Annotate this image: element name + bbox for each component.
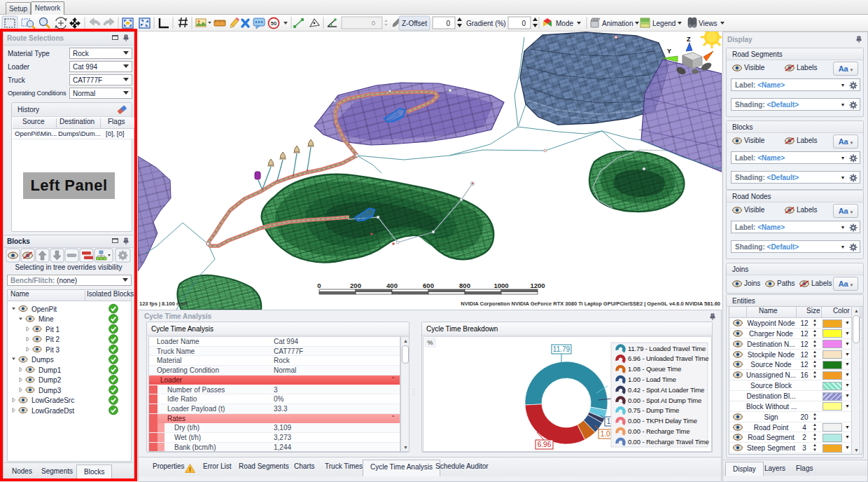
svg-text:123 fps | 8.100 ms/f: 123 fps | 8.100 ms/f [139,301,188,307]
svg-text:Z-Offset: Z-Offset [402,20,427,27]
svg-text:6.96 - Unloaded Travel Time: 6.96 - Unloaded Travel Time [628,354,708,362]
svg-text:0.00 - TKPH Delay Time: 0.00 - TKPH Delay Time [628,417,697,425]
svg-text:0: 0 [522,20,526,27]
svg-text:1000: 1000 [493,282,508,289]
svg-text:NVIDIA Corporation NVIDIA GeFo: NVIDIA Corporation NVIDIA GeForce RTX 30… [461,301,720,307]
svg-text:400: 400 [386,282,398,289]
svg-text:1.08 - Queue Time: 1.08 - Queue Time [628,365,681,373]
svg-text:0.00 - Recharge Time: 0.00 - Recharge Time [628,427,690,435]
svg-text:1200: 1200 [530,282,545,289]
svg-text:6.96: 6.96 [538,441,552,448]
svg-text:Y: Y [667,48,671,55]
svg-text:0.00 - Spot At Dump Time: 0.00 - Spot At Dump Time [628,397,701,404]
svg-text:11.79 - Loaded Travel Time: 11.79 - Loaded Travel Time [628,345,706,352]
svg-text:Views: Views [699,20,718,27]
svg-text:0: 0 [317,282,321,289]
svg-text:Animation: Animation [602,20,633,27]
svg-text:200: 200 [350,282,361,289]
svg-text:0: 0 [446,20,450,27]
svg-text:Mode: Mode [556,20,573,27]
svg-text:11.79: 11.79 [553,345,570,353]
svg-text:Gradient (%): Gradient (%) [466,20,506,27]
svg-text:!: ! [189,466,191,473]
svg-text:0.00 - Recharge Travel Time: 0.00 - Recharge Travel Time [628,438,709,446]
svg-text:800: 800 [459,282,470,289]
svg-text:0.75 - Dump Time: 0.75 - Dump Time [628,406,679,414]
svg-text:Legend: Legend [652,20,676,27]
svg-text:50: 50 [271,20,276,27]
svg-text:1.00 - Load Time: 1.00 - Load Time [628,376,676,383]
svg-text:Z: Z [687,36,691,43]
svg-text:600: 600 [423,282,434,289]
svg-text:0.42 - Spot At Loader Time: 0.42 - Spot At Loader Time [628,386,704,394]
svg-text:0: 0 [372,19,375,27]
